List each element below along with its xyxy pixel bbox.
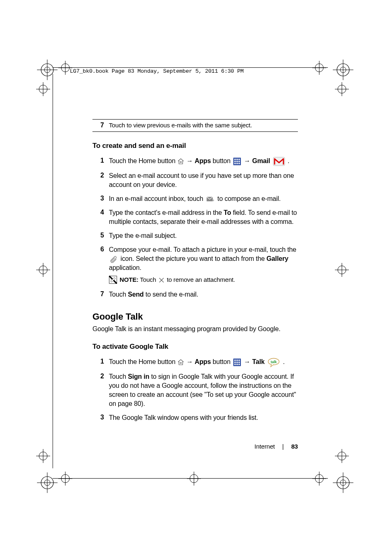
step-text: Touch the Home button → Apps button → Ta…	[104, 357, 285, 367]
svg-point-49	[180, 161, 182, 163]
paperclip-icon	[110, 256, 118, 263]
step-text: Type the contact's e-mail address in the…	[104, 208, 298, 226]
svg-rect-51	[235, 159, 236, 160]
crosshair-icon	[312, 61, 326, 75]
svg-text:talk: talk	[271, 360, 277, 364]
crosshair-icon	[335, 82, 349, 96]
svg-rect-55	[237, 161, 238, 162]
svg-text:+: +	[212, 198, 214, 202]
svg-rect-73	[235, 362, 236, 363]
crosshair-icon	[36, 263, 50, 277]
gmail-icon	[273, 157, 285, 166]
note-icon	[109, 276, 117, 284]
svg-rect-53	[239, 159, 240, 160]
trim-line	[53, 67, 328, 68]
crosshair-icon	[312, 472, 326, 486]
step-number: 3	[92, 413, 104, 421]
apps-icon	[233, 358, 241, 366]
step-text: Compose your e-mail. To attach a picture…	[104, 245, 298, 285]
svg-rect-62	[283, 158, 284, 164]
home-icon	[177, 158, 184, 165]
conversation-row: 7 Touch to view previous e-mails with th…	[92, 119, 298, 132]
svg-rect-52	[237, 159, 238, 160]
step-number: 2	[92, 372, 104, 380]
step-number: 4	[92, 208, 104, 216]
svg-rect-58	[237, 163, 238, 164]
crosshair-icon	[187, 472, 201, 486]
note-row: NOTE: Touch to remove an attachment.	[109, 276, 298, 284]
talk-icon: talk	[267, 357, 280, 367]
section-title: Google Talk	[92, 311, 298, 322]
step-number: 7	[92, 121, 104, 129]
registration-mark-icon	[37, 60, 58, 80]
crosshair-icon	[36, 449, 50, 463]
svg-rect-74	[237, 362, 238, 363]
trim-line	[53, 478, 328, 479]
step-text: Type the e-mail subject.	[104, 231, 177, 240]
page-footer: Internet | 83	[92, 443, 298, 450]
svg-rect-57	[235, 163, 236, 164]
step-number: 7	[92, 290, 104, 298]
step-text: Touch Sign in to sign in Google Talk wit…	[104, 372, 298, 408]
step-text: The Google Talk window opens with your f…	[104, 413, 258, 422]
crosshair-icon	[58, 472, 72, 486]
trim-line	[53, 74, 53, 468]
svg-rect-71	[237, 359, 238, 361]
steps-list: 1 Touch the Home button → Apps button → …	[92, 357, 298, 422]
step-number: 1	[92, 157, 104, 164]
close-icon	[159, 277, 164, 283]
svg-rect-59	[239, 163, 240, 164]
step-number: 5	[92, 231, 104, 239]
svg-rect-75	[239, 362, 240, 363]
registration-mark-icon	[333, 472, 353, 493]
chapter-name: Internet	[254, 443, 275, 450]
svg-point-68	[180, 362, 182, 364]
step-number: 3	[92, 194, 104, 202]
svg-rect-70	[235, 359, 236, 361]
crosshair-icon	[335, 449, 349, 463]
section-heading: To create and send an e-mail	[92, 142, 298, 150]
step-text: Select an e-mail account to use if you h…	[104, 171, 298, 189]
registration-mark-icon	[333, 60, 353, 80]
crosshair-icon	[36, 82, 50, 96]
apps-icon	[233, 157, 241, 166]
print-header: LG7_bk0.book Page 83 Monday, September 5…	[70, 68, 244, 74]
section-heading: To activate Google Talk	[92, 343, 298, 351]
svg-rect-54	[235, 161, 236, 162]
svg-rect-72	[239, 359, 240, 361]
step-text: Touch the Home button → Apps button → Gm…	[104, 157, 289, 166]
crosshair-icon	[335, 263, 349, 277]
svg-rect-77	[237, 364, 238, 365]
step-number: 1	[92, 357, 104, 365]
step-text: Touch to view previous e-mails with the …	[104, 121, 252, 130]
registration-mark-icon	[37, 472, 58, 493]
home-icon	[177, 359, 184, 366]
svg-rect-56	[239, 161, 240, 162]
step-number: 6	[92, 245, 104, 253]
page-number: 83	[291, 443, 298, 450]
step-number: 2	[92, 171, 104, 179]
svg-rect-76	[235, 364, 236, 365]
compose-icon: +	[206, 196, 214, 202]
svg-rect-61	[274, 158, 275, 164]
step-text: Touch Send to send the e-mail.	[104, 290, 198, 299]
svg-rect-78	[239, 364, 240, 365]
steps-list: 1 Touch the Home button → Apps button → …	[92, 157, 298, 299]
section-intro: Google Talk is an instant messaging prog…	[92, 325, 298, 333]
step-text: In an e-mail account inbox, touch + to c…	[104, 194, 281, 203]
